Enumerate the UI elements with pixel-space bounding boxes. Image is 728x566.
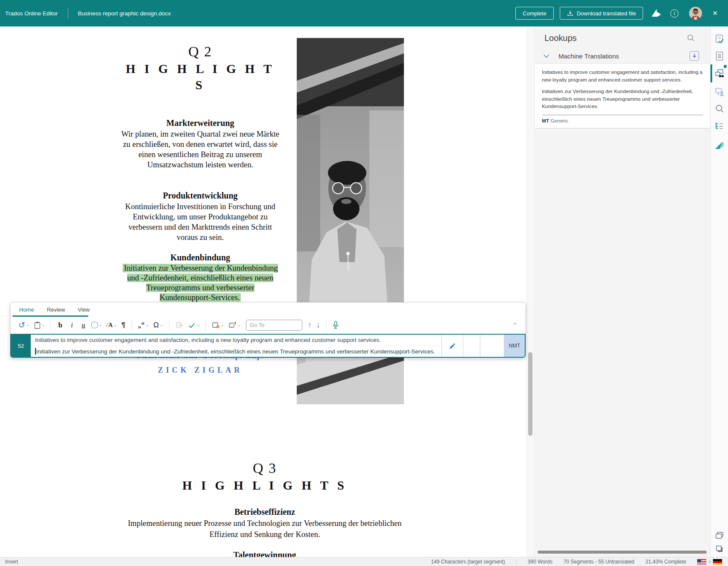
rail-qa-check-icon[interactable] (710, 31, 728, 48)
ribbon-tabs: Home Review View (11, 303, 525, 316)
paste-button[interactable]: ⌄ (32, 319, 47, 331)
tab-home[interactable]: Home (19, 306, 34, 313)
input-mode: Insert (5, 559, 18, 565)
app-title: Trados Online Editor (5, 10, 58, 17)
show-formatting-button[interactable]: ¶ (120, 319, 127, 331)
doc-paragraph-highlighted: Initiativen zur Verbesserung der Kundenb… (121, 263, 280, 303)
chevron-down-icon[interactable]: ⌄ (99, 323, 102, 327)
text-highlight-button[interactable]: ⌄ (90, 319, 104, 331)
lookups-title: Lookups (544, 33, 577, 43)
segment-status-icon (228, 321, 236, 329)
toolbar-divider (169, 320, 170, 330)
chevron-down-icon[interactable]: ⌄ (41, 323, 45, 327)
collapse-toolbar-icon[interactable]: ⌃ (513, 322, 521, 328)
special-character-button[interactable]: Ω⌄ (152, 319, 164, 331)
formatting-toolbar: ↺⌄ ⌄ b i u ⌄ ∕A⌄ ¶ „“⌄ Ω⌄ (11, 316, 525, 334)
info-icon[interactable]: i (667, 9, 681, 18)
clear-formatting-icon: ∕ (107, 322, 108, 328)
machine-translations-label: Machine Translations (558, 53, 619, 60)
machine-translations-header[interactable]: Machine Translations (535, 49, 710, 63)
tab-view[interactable]: View (78, 306, 90, 313)
rail-find-icon[interactable] (710, 100, 728, 117)
segment-source: Initiatives to improve customer engageme… (31, 335, 441, 346)
chevron-down-icon[interactable]: ⌄ (26, 323, 30, 327)
lookups-search-icon[interactable] (687, 34, 695, 44)
download-icon (567, 10, 573, 17)
next-segment-icon[interactable]: ↓ (315, 321, 322, 330)
lookups-panel: Lookups Machine Translations Initiatives… (535, 26, 710, 557)
close-icon[interactable]: ✕ (712, 9, 718, 17)
user-avatar[interactable] (689, 7, 702, 20)
quote-author: ZICK ZIGLAR (121, 366, 280, 375)
chevron-down-icon[interactable]: ⌄ (237, 323, 241, 327)
rail-comments-icon[interactable] (710, 83, 728, 100)
document-scrollbar[interactable] (526, 26, 534, 557)
topbar: Trados Online Editor Business report gra… (0, 0, 728, 26)
undo-button[interactable]: ↺⌄ (17, 319, 31, 331)
segment-row: 52 Initiatives to improve customer engag… (10, 334, 526, 358)
character-count: 149 Characters (target segment) (431, 559, 505, 565)
segment-count: 70 Segments - 55 Untranslated (564, 559, 634, 565)
apply-translation-icon[interactable] (690, 51, 699, 61)
mt-target-text: Initiativen zur Verbesserung der Kundenb… (542, 88, 703, 111)
omega-icon: Ω (153, 321, 159, 330)
doc-paragraph: Wir planen, im zweiten Quartal zwei neue… (121, 129, 280, 170)
doc-paragraph: Kontinuierliche Investitionen in Forschu… (121, 201, 280, 242)
trados-logo-icon[interactable] (649, 8, 664, 18)
document-scrollbar-thumb[interactable] (528, 352, 532, 436)
undo-icon: ↺ (18, 321, 25, 329)
confirm-segment-button[interactable]: ⌄ (186, 319, 202, 331)
chevron-down-icon[interactable] (544, 52, 549, 60)
complete-button[interactable]: Complete (515, 7, 554, 20)
main-area: Q 2 H I G H L I G H T S Markterweiterung… (0, 26, 728, 557)
segment-status-cell[interactable] (442, 335, 463, 357)
rail-mt-lookups-icon[interactable] (710, 65, 728, 82)
toolbar-divider (50, 320, 51, 330)
rail-copy-window-icon[interactable] (710, 540, 728, 557)
document-name: Business report graphic design.docx (78, 10, 171, 17)
statusbar: Insert 149 Characters (target segment) 3… (0, 557, 728, 566)
segment-status-button[interactable]: ⌄ (227, 319, 242, 331)
track-changes-button[interactable]: ⌄ (210, 319, 225, 331)
rail-preview-document-icon[interactable] (710, 48, 728, 65)
segment-target-editor[interactable]: Initiativen zur Verbesserung der Kundenb… (31, 346, 441, 357)
bold-button[interactable]: b (55, 319, 65, 331)
chevron-down-icon[interactable]: ⌄ (220, 323, 224, 327)
document-preview-area[interactable]: Q 2 H I G H L I G H T S Markterweiterung… (0, 26, 535, 557)
copy-source-button[interactable] (174, 319, 185, 331)
italic-button[interactable]: i (67, 319, 77, 331)
statusbar-stats: 149 Characters (target segment) 390 Word… (431, 559, 722, 565)
track-changes-icon (212, 321, 219, 329)
doc-heading: Kundenbindung (121, 252, 280, 263)
dictation-button[interactable] (331, 319, 340, 331)
segment-origin-badge: NMT (504, 335, 525, 357)
toolbar-divider (132, 320, 132, 330)
tab-review[interactable]: Review (47, 306, 65, 313)
de-flag-icon (713, 559, 722, 565)
chevron-down-icon[interactable]: ⌄ (160, 323, 164, 327)
lookups-hscrollbar-thumb[interactable] (538, 551, 707, 554)
segment-flags-cell[interactable] (463, 335, 480, 357)
quick-insert-quotes-button[interactable]: „“⌄ (136, 319, 151, 331)
rail-document-structure-icon[interactable] (710, 117, 728, 134)
chevron-down-icon[interactable]: ⌄ (196, 323, 200, 327)
clear-formatting-button[interactable]: ∕A⌄ (105, 319, 119, 331)
underline-icon: u (80, 321, 87, 330)
clipboard-icon (34, 321, 41, 329)
rail-trados-assistant-icon[interactable] (710, 137, 728, 154)
q3-subtitle: H I G H L I G H T S (126, 477, 403, 493)
segment-editor-panel: Home Review View ↺⌄ ⌄ b i u ⌄ ∕A⌄ (10, 302, 526, 358)
language-pair: > (697, 559, 722, 565)
segment-comments-cell[interactable] (480, 335, 504, 357)
mt-result-card[interactable]: Initiatives to improve customer engageme… (535, 63, 710, 128)
goto-input[interactable] (246, 320, 302, 331)
q3-title: Q 3 (126, 459, 403, 477)
language-pair-separator: > (708, 560, 711, 564)
chevron-down-icon[interactable]: ⌄ (114, 323, 117, 327)
draft-pencil-icon (449, 342, 456, 350)
chevron-down-icon[interactable]: ⌄ (145, 323, 149, 327)
download-translated-file-button[interactable]: Download translated file (560, 7, 643, 20)
previous-segment-icon[interactable]: ↑ (306, 321, 313, 330)
mt-card-divider (542, 115, 703, 115)
underline-button[interactable]: u (78, 319, 88, 331)
